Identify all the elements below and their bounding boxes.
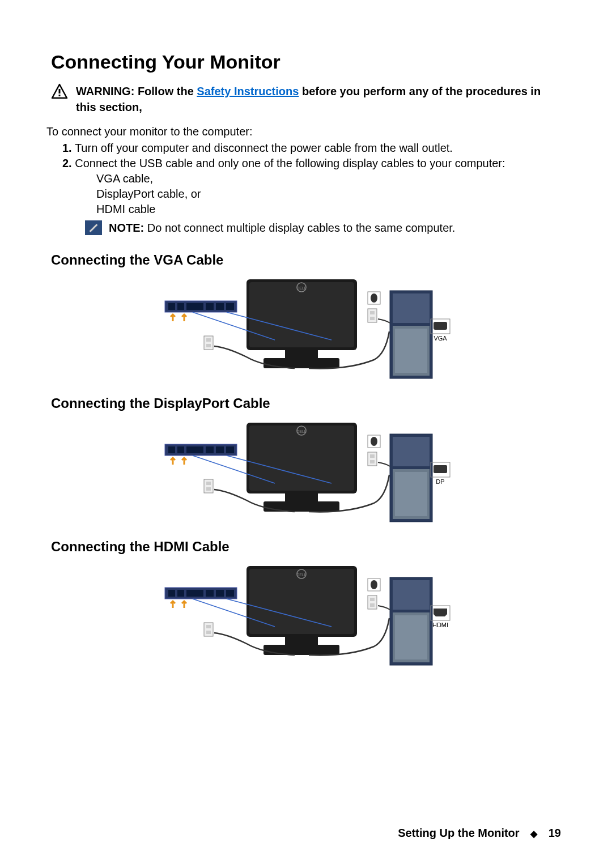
svg-rect-42: [204, 479, 213, 493]
svg-rect-60: [285, 637, 318, 645]
warning-block: WARNING: Follow the Safety Instructions …: [51, 83, 561, 115]
heading-vga: Connecting the VGA Cable: [51, 252, 561, 268]
svg-rect-64: [177, 590, 184, 597]
svg-text:DELL: DELL: [296, 286, 307, 290]
svg-rect-66: [206, 590, 214, 597]
svg-rect-65: [186, 590, 203, 597]
svg-rect-73: [393, 580, 430, 610]
svg-text:DELL: DELL: [296, 573, 307, 577]
intro-text: To connect your monitor to the computer:: [46, 125, 561, 138]
page-title: Connecting Your Monitor: [51, 51, 561, 73]
svg-point-53: [371, 437, 377, 446]
svg-rect-37: [177, 446, 184, 453]
svg-point-26: [371, 293, 377, 303]
step-1-number: 1.: [62, 142, 72, 154]
svg-rect-12: [206, 303, 214, 310]
svg-rect-46: [393, 437, 430, 466]
step-2: 2. Connect the USB cable and only one of…: [62, 156, 561, 171]
svg-rect-69: [204, 623, 213, 636]
section-dp: Connecting the DisplayPort Cable DELL: [51, 395, 561, 529]
svg-rect-23: [370, 311, 375, 314]
footer-section: Setting Up the Monitor: [398, 827, 519, 839]
svg-rect-13: [216, 303, 224, 310]
svg-rect-43: [206, 482, 211, 485]
section-vga: Connecting the VGA Cable DELL: [51, 252, 561, 385]
diagram-hdmi: DELL HDMI: [162, 561, 450, 672]
section-hdmi: Connecting the HDMI Cable DELL: [51, 539, 561, 672]
svg-rect-24: [370, 317, 375, 320]
svg-rect-41: [226, 446, 234, 453]
diagram-vga: DELL: [162, 275, 450, 385]
svg-rect-55: [434, 465, 447, 473]
svg-rect-10: [177, 303, 184, 310]
svg-rect-48: [395, 472, 427, 516]
svg-rect-63: [168, 590, 175, 597]
connector-label-vga: VGA: [434, 335, 447, 342]
svg-rect-44: [206, 487, 211, 491]
svg-rect-40: [216, 446, 224, 453]
svg-rect-1: [59, 95, 61, 96]
warning-icon: [51, 83, 68, 101]
heading-dp: Connecting the DisplayPort Cable: [51, 395, 561, 411]
svg-rect-38: [186, 446, 203, 453]
note-label: NOTE:: [109, 222, 144, 234]
svg-rect-28: [434, 322, 447, 330]
svg-rect-0: [59, 89, 61, 93]
diagram-dp: DELL DP: [162, 418, 450, 529]
svg-rect-14: [226, 303, 234, 310]
svg-rect-78: [370, 603, 375, 607]
svg-rect-50: [370, 454, 375, 458]
svg-rect-68: [226, 590, 234, 597]
svg-rect-67: [216, 590, 224, 597]
svg-rect-77: [370, 598, 375, 601]
page-footer: Setting Up the Monitor ◆ 19: [398, 827, 561, 840]
cable-vga: VGA cable,: [96, 171, 561, 186]
connector-label-dp: DP: [436, 478, 444, 485]
svg-rect-19: [393, 293, 430, 323]
svg-rect-11: [186, 303, 203, 310]
note-text: NOTE: Do not connect multiple display ca…: [109, 222, 455, 235]
cable-dp: DisplayPort cable, or: [96, 186, 561, 202]
connector-label-hdmi: HDMI: [432, 622, 448, 628]
step-1-text: Turn off your computer and disconnect th…: [72, 142, 453, 154]
step-2-number: 2.: [62, 157, 72, 169]
svg-rect-51: [370, 460, 375, 463]
footer-diamond-icon: ◆: [530, 828, 537, 839]
svg-text:DELL: DELL: [296, 429, 307, 433]
heading-hdmi: Connecting the HDMI Cable: [51, 539, 561, 555]
svg-rect-71: [206, 631, 211, 634]
warning-text: WARNING: Follow the Safety Instructions …: [76, 83, 561, 115]
svg-rect-21: [395, 329, 427, 373]
footer-page-number: 19: [549, 827, 561, 839]
svg-rect-33: [285, 493, 318, 501]
svg-rect-76: [368, 595, 377, 609]
svg-rect-9: [168, 303, 175, 310]
svg-rect-39: [206, 446, 214, 453]
cable-list: VGA cable, DisplayPort cable, or HDMI ca…: [96, 171, 561, 217]
svg-rect-70: [206, 625, 211, 628]
warning-prefix: WARNING: Follow the: [76, 85, 197, 97]
note-block: NOTE: Do not connect multiple display ca…: [85, 220, 561, 235]
svg-rect-15: [204, 336, 213, 350]
cable-hdmi: HDMI cable: [96, 202, 561, 217]
svg-rect-22: [368, 309, 377, 322]
note-body: Do not connect multiple display cables t…: [144, 222, 455, 234]
note-icon: [85, 220, 102, 235]
svg-rect-49: [368, 452, 377, 466]
svg-rect-36: [168, 446, 175, 453]
svg-rect-17: [206, 344, 211, 347]
svg-point-80: [371, 580, 377, 589]
svg-rect-6: [285, 350, 318, 358]
svg-rect-16: [206, 338, 211, 342]
safety-instructions-link[interactable]: Safety Instructions: [197, 85, 299, 97]
step-1: 1. Turn off your computer and disconnect…: [62, 141, 561, 156]
step-2-text: Connect the USB cable and only one of th…: [72, 157, 505, 169]
svg-rect-75: [395, 615, 427, 659]
